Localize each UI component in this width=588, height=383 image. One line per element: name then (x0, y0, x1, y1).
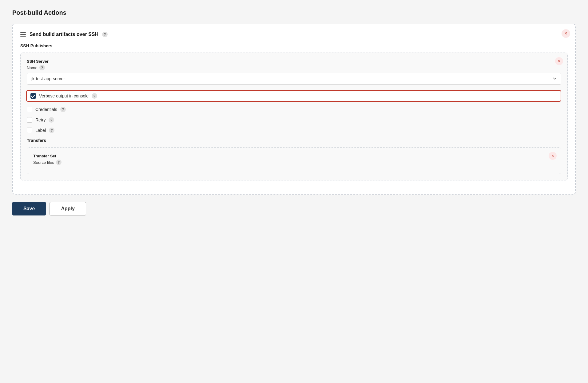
card-header: Send build artifacts over SSH ? (20, 32, 568, 37)
credentials-checkbox[interactable] (27, 107, 32, 112)
transfer-set-title: Transfer Set (33, 154, 555, 158)
label-row: Label ? (27, 128, 561, 133)
credentials-row: Credentials ? (27, 107, 561, 112)
label-checkbox[interactable] (27, 128, 32, 133)
verbose-output-checkbox[interactable] (30, 93, 36, 99)
remove-publisher-button[interactable]: × (555, 57, 563, 65)
transfer-set-card: × Transfer Set Source files ? (27, 147, 561, 174)
name-help-icon[interactable]: ? (39, 65, 45, 70)
transfers-label: Transfers (27, 138, 561, 143)
credentials-label: Credentials (35, 107, 57, 112)
verbose-output-label: Verbose output in console (39, 93, 89, 98)
post-build-action-card: × Send build artifacts over SSH ? SSH Pu… (12, 24, 576, 195)
footer-actions: Save Apply (12, 202, 576, 215)
label-label: Label (35, 128, 46, 133)
retry-checkbox[interactable] (27, 117, 32, 123)
remove-transfer-button[interactable]: × (549, 152, 557, 160)
card-title-help-icon[interactable]: ? (102, 32, 108, 37)
save-button[interactable]: Save (12, 202, 46, 215)
name-field-label: Name ? (27, 65, 561, 70)
retry-help-icon[interactable]: ? (49, 117, 54, 123)
ssh-server-title: SSH Server (27, 59, 561, 64)
source-files-label: Source files ? (33, 160, 555, 165)
card-title: Send build artifacts over SSH (30, 32, 98, 37)
verbose-help-icon[interactable]: ? (92, 93, 97, 99)
page-title: Post-build Actions (12, 9, 576, 16)
label-help-icon[interactable]: ? (49, 128, 54, 133)
source-files-help-icon[interactable]: ? (56, 160, 62, 165)
retry-row: Retry ? (27, 117, 561, 123)
drag-handle-icon[interactable] (20, 32, 26, 37)
remove-action-button[interactable]: × (562, 29, 570, 38)
verbose-output-row: Verbose output in console ? (26, 90, 561, 102)
credentials-help-icon[interactable]: ? (60, 107, 66, 112)
ssh-publishers-label: SSH Publishers (20, 43, 568, 48)
apply-button[interactable]: Apply (50, 202, 86, 215)
ssh-publisher-card: × SSH Server Name ? jk-test-app-server V… (20, 53, 568, 180)
ssh-server-select[interactable]: jk-test-app-server (27, 73, 561, 85)
retry-label: Retry (35, 117, 46, 122)
